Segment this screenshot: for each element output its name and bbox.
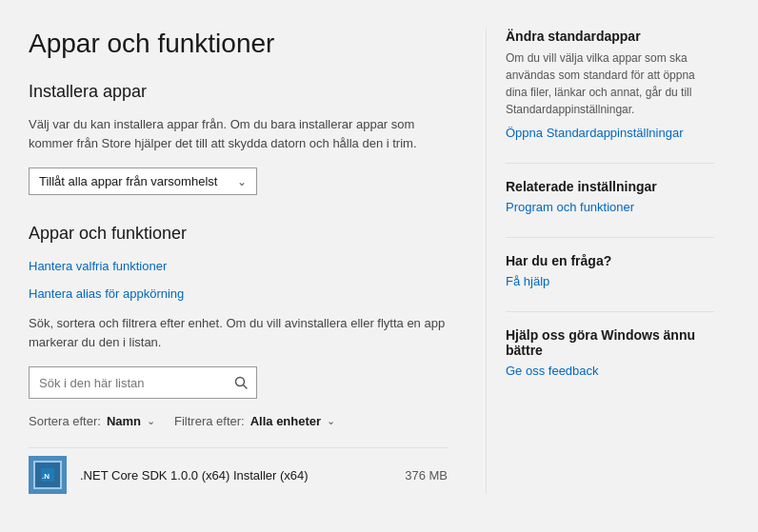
dotnet-icon: .N xyxy=(39,466,56,483)
related-settings-title: Relaterade inställningar xyxy=(506,179,714,194)
sort-chevron-icon: ⌄ xyxy=(147,415,155,427)
default-apps-description: Om du vill välja vilka appar som ska anv… xyxy=(506,49,714,118)
right-section-feedback: Hjälp oss göra Windows ännu bättre Ge os… xyxy=(506,327,714,378)
right-section-default-apps: Ändra standardappar Om du vill välja vil… xyxy=(506,29,714,140)
sort-group[interactable]: Sortera efter: Namn ⌄ xyxy=(29,414,155,428)
app-icon: .N xyxy=(29,456,67,494)
feedback-title: Hjälp oss göra Windows ännu bättre xyxy=(506,327,714,358)
app-list-item[interactable]: .N .NET Core SDK 1.0.0 (x64) Installer (… xyxy=(29,447,448,494)
right-section-help: Har du en fråga? Få hjälp xyxy=(506,253,714,288)
search-icon xyxy=(234,376,248,389)
sort-label: Sortera efter: xyxy=(29,414,101,428)
help-title: Har du en fråga? xyxy=(506,253,714,268)
sort-value: Namn xyxy=(107,414,141,428)
filter-chevron-icon: ⌄ xyxy=(327,415,335,427)
separator-3 xyxy=(506,311,714,312)
search-icon-button[interactable] xyxy=(226,367,256,398)
search-input[interactable] xyxy=(30,370,226,396)
chevron-down-icon: ⌄ xyxy=(237,175,247,188)
separator-2 xyxy=(506,237,714,238)
get-help-link[interactable]: Få hjälp xyxy=(506,274,714,288)
default-apps-title: Ändra standardappar xyxy=(506,29,714,44)
manage-optional-features-link[interactable]: Hantera valfria funktioner xyxy=(29,259,448,273)
open-default-apps-link[interactable]: Öppna Standardappinställningar xyxy=(506,126,714,140)
filter-label: Filtrera efter: xyxy=(174,414,245,428)
svg-text:.N: .N xyxy=(42,472,50,481)
programs-features-link[interactable]: Program och funktioner xyxy=(506,200,714,214)
give-feedback-link[interactable]: Ge oss feedback xyxy=(506,364,714,378)
separator-1 xyxy=(506,163,714,164)
install-description: Välj var du kan installera appar från. O… xyxy=(29,115,448,152)
manage-app-alias-link[interactable]: Hantera alias för appkörning xyxy=(29,286,448,301)
search-description: Sök, sortera och filtrera efter enhet. O… xyxy=(29,314,448,351)
app-size: 376 MB xyxy=(405,468,448,483)
page-title: Appar och funktioner xyxy=(29,29,448,59)
filter-value: Alla enheter xyxy=(250,414,321,428)
right-section-related: Relaterade inställningar Program och fun… xyxy=(506,179,714,214)
search-box xyxy=(29,366,257,399)
dropdown-value: Tillåt alla appar från varsomhelst xyxy=(39,174,217,188)
filter-row: Sortera efter: Namn ⌄ Filtrera efter: Al… xyxy=(29,414,448,428)
svg-line-1 xyxy=(244,385,248,389)
app-icon-inner: .N xyxy=(33,461,62,489)
filter-group[interactable]: Filtrera efter: Alla enheter ⌄ xyxy=(174,414,335,428)
app-name: .NET Core SDK 1.0.0 (x64) Installer (x64… xyxy=(80,468,391,483)
install-source-dropdown[interactable]: Tillåt alla appar från varsomhelst ⌄ xyxy=(29,167,257,195)
apps-section-title: Appar och funktioner xyxy=(29,224,448,244)
install-section-title: Installera appar xyxy=(29,82,448,102)
